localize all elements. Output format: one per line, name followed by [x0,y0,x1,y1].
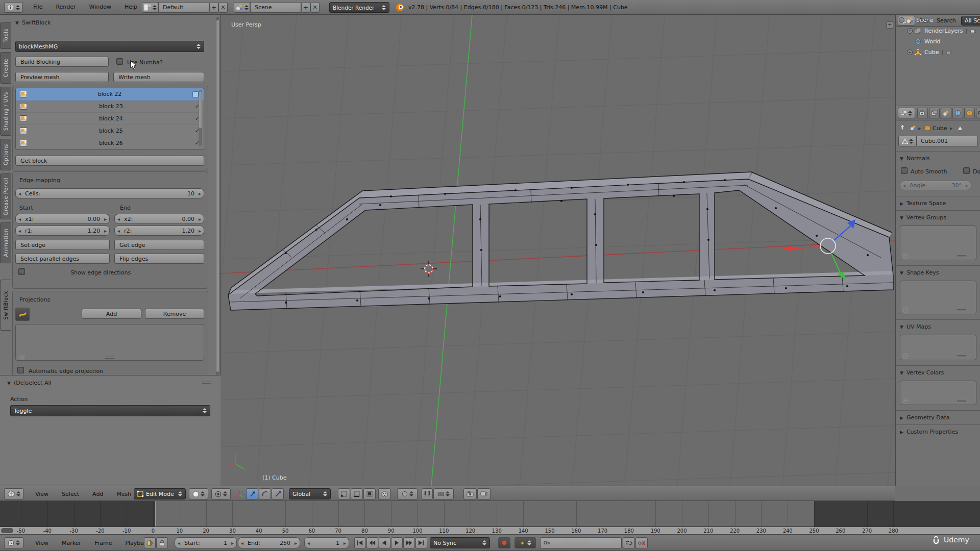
camera-icon[interactable] [946,49,953,56]
layout-name-field[interactable]: Default [158,2,209,13]
outliner-item-scene[interactable]: −Scene [896,15,980,26]
properties-tab-world-icon[interactable] [952,108,963,118]
scene-delete-button[interactable]: ✕ [310,2,320,13]
block-list-item[interactable]: block 22 [16,88,204,101]
block-list-scrollbar[interactable] [199,90,202,146]
previous-keyframe-button[interactable] [366,537,378,548]
custom-properties-panel-header[interactable]: ▶Custom Properties [900,429,958,435]
vertex-groups-grip[interactable] [957,255,966,257]
manipulator-rotate-button[interactable] [259,488,271,499]
frame-end-field[interactable]: ◂End:250▸ [238,537,300,548]
manipulator-translate-button[interactable] [246,488,258,499]
redo-panel-header[interactable]: ▼(De)select All [7,380,52,386]
layout-add-button[interactable]: + [209,2,218,13]
r1-slider[interactable]: ◂r1:1.20▸ [15,226,110,236]
menu-file[interactable]: File [27,4,49,10]
action-dropdown[interactable]: Toggle [10,405,210,416]
block-enabled-checkbox[interactable] [192,91,199,97]
auto-keyframe-record-button[interactable] [498,537,510,548]
preset-dropdown[interactable]: blockMeshMG [15,41,204,52]
shelf-tab-swiftblock[interactable]: SwiftBlock [0,280,11,331]
shelf-tab-create[interactable]: Create [0,52,11,84]
double-sided-checkbox[interactable] [963,167,970,174]
snap-element-dropdown[interactable] [433,488,454,499]
tool-shelf-scrollbar-thumb[interactable] [216,20,219,372]
shape-keys-grip[interactable] [957,309,966,311]
camera-icon[interactable] [970,28,977,34]
preview-range-button[interactable] [144,537,156,548]
object-cube-icon[interactable] [924,125,930,131]
r2-slider[interactable]: ◂r2:1.20▸ [114,226,204,236]
properties-editor-type-button[interactable] [898,108,915,118]
pin-icon[interactable] [899,124,906,131]
shape-keys-add-icon[interactable]: + [903,307,909,313]
opengl-render-animation-button[interactable] [477,488,491,499]
block-list-scrollbar-thumb[interactable] [199,91,202,128]
active-keying-set-field[interactable] [540,537,622,548]
uv-maps-panel-header[interactable]: ▼UV Maps [900,323,931,330]
viewport-shading-dropdown[interactable] [189,488,208,499]
write-mesh-button[interactable]: Write mesh [113,72,204,82]
lock-time-cursor-button[interactable] [156,537,168,548]
vertex-groups-panel-header[interactable]: ▼Vertex Groups [900,214,946,221]
transform-orientation-dropdown[interactable]: Global [289,488,331,499]
frame-start-field[interactable]: ◂Start:1▸ [175,537,237,548]
viewport-editor-type-button[interactable] [4,488,23,499]
properties-tab-render-layers-icon[interactable] [929,108,940,118]
render-engine-dropdown[interactable]: Blender Render [329,2,389,13]
layout-browse-button[interactable] [142,2,158,13]
geometry-data-panel-header[interactable]: ▶Geometry Data [900,414,950,421]
outliner-item-cube[interactable]: +Cube| [896,47,980,58]
manipulator-axes-icon[interactable] [235,490,244,499]
properties-region-expand-button[interactable]: + [886,21,893,29]
block-list-item[interactable]: block 23✓ [16,101,204,113]
snap-toggle-button[interactable] [422,488,433,499]
shelf-tab-shading-uvs[interactable]: Shading / UVs [0,87,11,136]
auto-smooth-checkbox[interactable] [901,167,908,174]
select-parallel-edges-button[interactable]: Select parallel edges [15,254,110,264]
scene-browse-button[interactable] [234,2,250,13]
properties-tab-constraints-icon[interactable] [976,108,980,118]
pivot-center-dropdown[interactable] [211,488,231,499]
smooth-angle-slider[interactable]: ◂Angle: 30°▸ [900,181,971,190]
get-block-button[interactable]: Get block [15,156,204,166]
proportional-edit-dropdown[interactable] [397,488,418,499]
properties-tab-object-icon[interactable] [964,108,975,118]
expand-plus-icon[interactable]: + [907,49,913,55]
mode-dropdown[interactable]: Edit Mode [134,488,186,499]
current-frame-field[interactable]: ◂1▸ [304,537,349,548]
timeline-menu-marker[interactable]: Marker [55,540,88,546]
shelf-tab-options[interactable]: Options [0,139,11,170]
next-keyframe-button[interactable] [403,537,415,548]
shelf-tab-grease-pencil[interactable]: Grease Pencil [0,173,11,219]
slider-right-arrow-icon[interactable]: ▸ [199,191,201,196]
face-select-button[interactable] [363,488,376,499]
automatic-edge-projection-checkbox[interactable] [17,367,24,373]
limit-selection-visible-button[interactable] [378,488,390,499]
block-list-item[interactable]: block 25✓ [16,125,204,137]
vertex-groups-add-icon[interactable]: + [903,253,909,259]
jump-to-end-button[interactable] [415,537,427,548]
scene-icon[interactable] [910,125,916,131]
show-edge-directions-checkbox[interactable] [18,268,25,275]
uv-maps-add-icon[interactable]: + [903,353,909,359]
block-list-item[interactable]: block 26✓ [16,137,204,149]
flip-edges-button[interactable]: Flip edges [114,254,204,264]
scene-name-field[interactable]: Scene [250,2,301,13]
outliner-item-world[interactable]: World [896,36,980,47]
swiftblock-panel-header[interactable]: ▼SwiftBlock [15,19,51,26]
manipulator-scale-button[interactable] [272,488,284,499]
timeline-canvas[interactable] [0,501,980,527]
scene-add-button[interactable]: + [301,2,310,13]
timeline-editor-type-button[interactable] [4,537,23,548]
delete-keyframe-button[interactable] [635,537,648,548]
shape-keys-panel-header[interactable]: ▼Shape Keys [900,269,939,276]
mesh-datablock-browse-button[interactable] [898,136,917,146]
sync-mode-dropdown[interactable]: No Sync [430,537,490,548]
texture-space-panel-header[interactable]: ▶Texture Space [900,200,946,207]
uv-maps-grip[interactable] [957,355,966,357]
menu-render[interactable]: Render [49,4,82,10]
normals-panel-header[interactable]: ▼Normals [900,155,929,162]
vertex-colors-grip[interactable] [957,400,966,402]
build-blocking-button[interactable]: Build Blocking [15,57,109,67]
